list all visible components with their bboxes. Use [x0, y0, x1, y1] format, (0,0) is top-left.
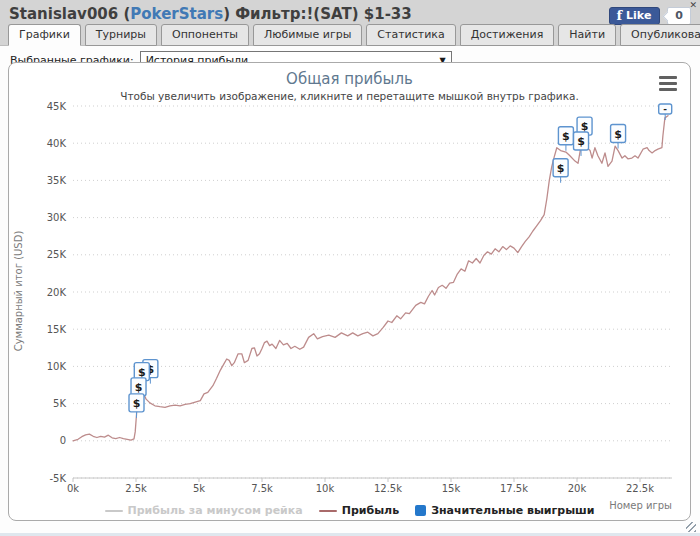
- svg-text:20K: 20K: [47, 287, 67, 298]
- site-name-link[interactable]: PokerStars: [130, 5, 223, 23]
- significant-win-flag[interactable]: $: [558, 127, 573, 151]
- svg-text:17.5k: 17.5k: [500, 483, 528, 494]
- svg-text:45K: 45K: [47, 101, 67, 112]
- svg-text:0k: 0k: [67, 483, 79, 494]
- legend-label-significant-wins: Значительные выигрыши: [431, 504, 594, 517]
- header-bar: Stanislav006 (PokerStars) Фильтр:!(SAT) …: [0, 0, 700, 46]
- svg-text:10k: 10k: [316, 483, 335, 494]
- legend-item-significant-wins[interactable]: Значительные выигрыши: [415, 504, 594, 517]
- svg-text:40K: 40K: [47, 138, 67, 149]
- y-axis-title: Суммарный итог (USD): [13, 231, 24, 352]
- svg-text:15K: 15K: [47, 324, 67, 335]
- svg-text:$: $: [577, 135, 585, 148]
- legend-item-profit-minus-rake[interactable]: Прибыль за минусом рейка: [105, 504, 303, 517]
- svg-text:25K: 25K: [47, 249, 67, 260]
- svg-text:$: $: [138, 366, 146, 379]
- legend-line-icon-profit-minus-rake: [105, 510, 123, 512]
- facebook-logo-icon: f: [616, 10, 622, 22]
- profit-chart-panel: 45K40K35K30K25K20K15K10K5K0-5K0k2.5k5k7.…: [8, 62, 691, 521]
- resize-handle-icon[interactable]: [686, 522, 696, 532]
- svg-text:15k: 15k: [442, 483, 461, 494]
- tab-favorite-games[interactable]: Любимые игры: [253, 24, 362, 46]
- tab-publish[interactable]: Опубликовать: [620, 24, 700, 46]
- legend-flag-icon-significant-wins: [415, 505, 426, 516]
- profit-line-chart[interactable]: 45K40K35K30K25K20K15K10K5K0-5K0k2.5k5k7.…: [9, 63, 690, 520]
- svg-text:$: $: [135, 381, 143, 394]
- tab-graphs[interactable]: Графики: [8, 24, 81, 46]
- significant-win-flag[interactable]: -: [659, 104, 672, 120]
- svg-text:$: $: [562, 130, 570, 143]
- tab-bar: ГрафикиТурнирыОппонентыЛюбимые игрыСтати…: [8, 24, 700, 46]
- facebook-like-label: Like: [626, 9, 651, 22]
- y-axis-labels: 45K40K35K30K25K20K15K10K5K0-5K: [47, 101, 67, 484]
- page-title: Stanislav006 (PokerStars) Фильтр:!(SAT) …: [9, 5, 412, 23]
- svg-text:$: $: [581, 120, 589, 133]
- tab-find[interactable]: Найти: [558, 24, 616, 46]
- tab-statistics[interactable]: Статистика: [366, 24, 455, 46]
- svg-text:2.5k: 2.5k: [125, 483, 147, 494]
- significant-win-flag[interactable]: $: [574, 132, 589, 156]
- chart-legend: Прибыль за минусом рейкаПрибыльЗначитель…: [9, 504, 690, 517]
- sharkscope-player-page: Stanislav006 (PokerStars) Фильтр:!(SAT) …: [0, 0, 700, 536]
- legend-label-profit-minus-rake: Прибыль за минусом рейка: [128, 504, 303, 517]
- svg-text:-: -: [663, 104, 667, 114]
- y-gridlines: [73, 106, 672, 478]
- facebook-like-button[interactable]: f Like: [609, 7, 660, 25]
- svg-text:30K: 30K: [47, 212, 67, 223]
- svg-text:12.5k: 12.5k: [374, 483, 402, 494]
- significant-win-flag[interactable]: $: [129, 394, 144, 418]
- player-name: Stanislav006 (: [9, 5, 130, 23]
- x-axis-labels: 0k2.5k5k7.5k10k12.5k15k17.5k20k22.5k: [67, 483, 654, 494]
- svg-text:$: $: [133, 397, 141, 410]
- svg-text:10K: 10K: [47, 361, 67, 372]
- svg-text:35K: 35K: [47, 175, 67, 186]
- legend-item-profit[interactable]: Прибыль: [319, 504, 399, 517]
- legend-label-profit: Прибыль: [342, 504, 399, 517]
- tab-tournaments[interactable]: Турниры: [85, 24, 157, 46]
- significant-win-flag[interactable]: $: [553, 159, 568, 183]
- svg-text:7.5k: 7.5k: [251, 483, 273, 494]
- close-icon[interactable]: ✕: [689, 0, 697, 10]
- significant-win-flag[interactable]: $: [611, 125, 626, 149]
- svg-text:-5K: -5K: [49, 473, 66, 484]
- svg-text:20k: 20k: [568, 483, 587, 494]
- filter-text: ) Фильтр:!(SAT) $1-33: [223, 5, 412, 23]
- svg-text:$: $: [614, 128, 622, 141]
- chart-menu-icon[interactable]: [659, 76, 677, 94]
- tab-opponents[interactable]: Оппоненты: [161, 24, 249, 46]
- svg-text:0: 0: [60, 435, 66, 446]
- facebook-like-widget: f Like 0: [609, 7, 691, 25]
- svg-text:5k: 5k: [193, 483, 205, 494]
- x-axis: [73, 478, 672, 482]
- profit-line-series[interactable]: [73, 116, 668, 441]
- svg-text:$: $: [557, 162, 565, 175]
- content-area: Выбранные графики: История прибыли ▼ 45K…: [0, 46, 700, 536]
- svg-text:5K: 5K: [53, 398, 66, 409]
- facebook-like-count: 0: [667, 7, 691, 25]
- svg-text:22.5k: 22.5k: [626, 483, 654, 494]
- tab-achievements[interactable]: Достижения: [460, 24, 555, 46]
- legend-line-icon-profit: [319, 510, 337, 512]
